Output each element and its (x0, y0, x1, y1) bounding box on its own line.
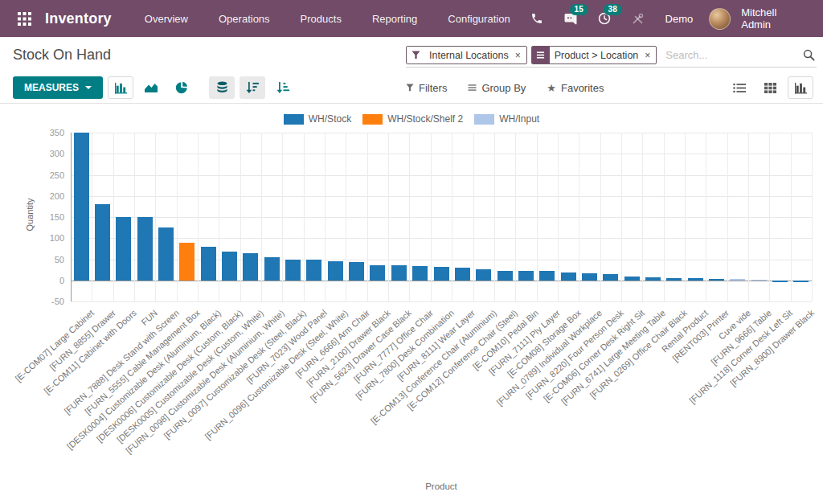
graph-view-button[interactable] (788, 76, 813, 99)
y-tick-label: 300 (31, 149, 64, 158)
bar[interactable] (497, 271, 513, 281)
sort-ascending-button[interactable] (270, 76, 296, 99)
bar[interactable] (772, 281, 788, 282)
gridline (71, 238, 812, 239)
facet-remove-button[interactable]: × (643, 47, 656, 64)
group-by-icon (468, 84, 477, 92)
user-avatar[interactable] (709, 8, 731, 30)
messages-icon[interactable]: 15 (556, 6, 585, 31)
bar[interactable] (476, 269, 491, 281)
bar[interactable] (264, 257, 280, 281)
bar[interactable] (751, 280, 767, 281)
gridline (600, 133, 601, 301)
apps-grid-icon[interactable] (11, 5, 39, 32)
filters-menu[interactable]: Filters (406, 82, 447, 94)
y-tick-label: -50 (31, 297, 64, 306)
stacked-toggle-button[interactable] (209, 76, 235, 99)
gridline (198, 133, 199, 301)
gridline (71, 217, 812, 218)
gridline (621, 133, 622, 301)
bar[interactable] (561, 272, 576, 280)
gridline (409, 133, 410, 301)
bar[interactable] (434, 267, 449, 280)
search-facet-groupby: Product > Location × (531, 46, 657, 64)
control-panel-buttons: MEASURES (0, 72, 823, 104)
list-view-button[interactable] (727, 76, 752, 99)
gridline (685, 133, 686, 301)
bar[interactable] (730, 279, 745, 280)
pie-chart-mode-button[interactable] (169, 76, 194, 99)
nav-item-overview[interactable]: Overview (133, 6, 200, 31)
bar[interactable] (74, 133, 89, 281)
measures-button[interactable]: MEASURES (13, 76, 103, 99)
bar[interactable] (201, 247, 216, 281)
bar[interactable] (349, 262, 364, 281)
bar[interactable] (455, 268, 470, 281)
bar[interactable] (688, 278, 703, 281)
gridline (579, 133, 579, 301)
bar[interactable] (624, 277, 640, 281)
bar[interactable] (243, 253, 258, 281)
bar[interactable] (412, 266, 428, 280)
plot-area: -50050100150200250300350[E-COM07] Large … (0, 104, 823, 504)
bar[interactable] (539, 271, 555, 281)
page-title: Stock On Hand (13, 47, 111, 64)
bar[interactable] (158, 227, 174, 281)
gridline (812, 133, 813, 301)
y-tick-label: 50 (31, 255, 64, 264)
sort-descending-button[interactable] (240, 76, 265, 99)
gridline (261, 133, 262, 301)
phone-icon[interactable] (522, 6, 551, 31)
gridline (537, 133, 538, 301)
y-axis-line (71, 133, 72, 301)
bar[interactable] (306, 260, 321, 281)
bar[interactable] (116, 217, 131, 281)
gridline (494, 133, 495, 301)
nav-item-reporting[interactable]: Reporting (360, 6, 429, 31)
search-input[interactable]: Search... (665, 49, 799, 61)
view-switcher (722, 76, 813, 99)
gridline (558, 133, 559, 301)
bar[interactable] (328, 261, 343, 281)
bar[interactable] (603, 274, 618, 281)
gridline (219, 133, 219, 301)
facet-remove-button[interactable]: × (514, 47, 526, 64)
gridline (134, 133, 135, 301)
nav-item-products[interactable]: Products (289, 6, 354, 31)
activities-clock-icon[interactable]: 38 (590, 6, 619, 31)
bar[interactable] (666, 278, 682, 281)
bar[interactable] (222, 252, 237, 281)
group-by-menu[interactable]: Group By (468, 82, 526, 94)
gridline (452, 133, 452, 301)
facet-label: Product > Location (550, 47, 644, 64)
pivot-view-button[interactable] (757, 76, 783, 99)
app-title[interactable]: Inventory (45, 10, 112, 27)
user-name[interactable]: Mitchell Admin (741, 6, 809, 31)
bar[interactable] (370, 265, 385, 281)
bar[interactable] (179, 243, 194, 281)
nav-item-operations[interactable]: Operations (207, 6, 282, 31)
bar[interactable] (709, 279, 724, 281)
stock-bar-chart: WH/Stock WH/Stock/Shelf 2 WH/Input Quant… (0, 104, 823, 504)
bar[interactable] (582, 273, 597, 280)
gridline (473, 133, 474, 301)
search-icon[interactable] (803, 49, 815, 61)
bar-chart-mode-button[interactable] (108, 76, 133, 99)
gridline (177, 133, 178, 301)
gridline (71, 133, 812, 133)
bar[interactable] (285, 260, 301, 281)
company-name[interactable]: Demo (665, 13, 694, 25)
bar[interactable] (518, 271, 534, 281)
favorites-menu[interactable]: ★ Favorites (547, 82, 604, 94)
bar[interactable] (645, 277, 661, 281)
developer-tools-icon[interactable] (624, 6, 653, 31)
bar[interactable] (137, 217, 153, 281)
bar[interactable] (793, 281, 809, 282)
line-chart-mode-button[interactable] (138, 76, 164, 99)
gridline (515, 133, 516, 301)
bar[interactable] (95, 204, 110, 281)
search-bar[interactable]: Internal Locations × Product > Location … (406, 43, 817, 68)
nav-item-configuration[interactable]: Configuration (436, 6, 522, 31)
filters-label: Filters (419, 82, 447, 94)
bar[interactable] (391, 265, 407, 280)
